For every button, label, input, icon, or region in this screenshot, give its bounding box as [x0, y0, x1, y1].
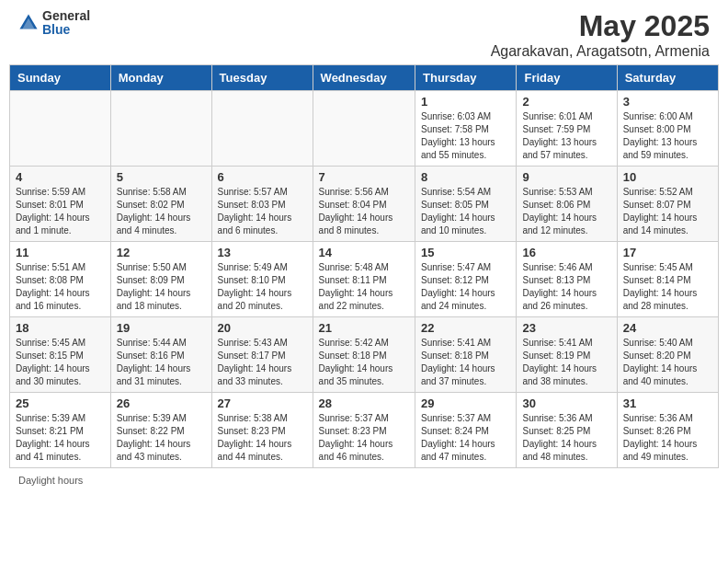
cell-info: Sunrise: 5:37 AM Sunset: 8:24 PM Dayligh…	[421, 412, 510, 464]
day-number: 28	[319, 396, 409, 410]
calendar-cell: 21Sunrise: 5:42 AM Sunset: 8:18 PM Dayli…	[313, 317, 415, 393]
calendar-cell: 20Sunrise: 5:43 AM Sunset: 8:17 PM Dayli…	[211, 317, 313, 393]
logo-general: General	[42, 9, 90, 23]
calendar-cell: 2Sunrise: 6:01 AM Sunset: 7:59 PM Daylig…	[517, 91, 617, 167]
cell-info: Sunrise: 5:58 AM Sunset: 8:02 PM Dayligh…	[117, 186, 206, 237]
title-section: May 2025 Agarakavan, Aragatsotn, Armenia	[491, 9, 710, 60]
day-number: 26	[117, 396, 206, 410]
cell-info: Sunrise: 5:47 AM Sunset: 8:12 PM Dayligh…	[421, 261, 510, 313]
calendar-cell: 22Sunrise: 5:41 AM Sunset: 8:18 PM Dayli…	[415, 317, 517, 393]
day-number: 13	[218, 246, 307, 259]
cell-info: Sunrise: 5:36 AM Sunset: 8:25 PM Dayligh…	[522, 412, 610, 464]
cell-info: Sunrise: 5:40 AM Sunset: 8:20 PM Dayligh…	[623, 337, 712, 388]
calendar-cell	[10, 91, 111, 167]
calendar-week-2: 4Sunrise: 5:59 AM Sunset: 8:01 PM Daylig…	[10, 167, 719, 242]
day-header-wednesday: Wednesday	[313, 65, 415, 91]
calendar-cell: 11Sunrise: 5:51 AM Sunset: 8:08 PM Dayli…	[10, 242, 111, 317]
day-number: 2	[522, 95, 610, 109]
cell-info: Sunrise: 5:39 AM Sunset: 8:22 PM Dayligh…	[117, 412, 206, 464]
calendar-cell: 29Sunrise: 5:37 AM Sunset: 8:24 PM Dayli…	[415, 393, 517, 468]
cell-info: Sunrise: 5:41 AM Sunset: 8:18 PM Dayligh…	[421, 337, 510, 388]
day-number: 23	[522, 321, 610, 335]
calendar-cell	[211, 91, 313, 167]
calendar-cell: 25Sunrise: 5:39 AM Sunset: 8:21 PM Dayli…	[10, 393, 111, 468]
calendar-cell: 19Sunrise: 5:44 AM Sunset: 8:16 PM Dayli…	[110, 317, 211, 393]
logo-icon	[18, 13, 39, 33]
calendar-cell: 6Sunrise: 5:57 AM Sunset: 8:03 PM Daylig…	[211, 167, 313, 242]
day-number: 18	[16, 321, 105, 335]
cell-info: Sunrise: 6:03 AM Sunset: 7:58 PM Dayligh…	[421, 110, 510, 162]
calendar-cell: 10Sunrise: 5:52 AM Sunset: 8:07 PM Dayli…	[617, 167, 718, 242]
day-number: 8	[421, 170, 510, 184]
calendar-cell: 23Sunrise: 5:41 AM Sunset: 8:19 PM Dayli…	[517, 317, 617, 393]
calendar-cell: 7Sunrise: 5:56 AM Sunset: 8:04 PM Daylig…	[313, 167, 415, 242]
calendar-week-4: 18Sunrise: 5:45 AM Sunset: 8:15 PM Dayli…	[10, 317, 719, 393]
main-title: May 2025	[491, 9, 710, 43]
calendar-cell: 3Sunrise: 6:00 AM Sunset: 8:00 PM Daylig…	[617, 91, 718, 167]
header: General Blue May 2025 Agarakavan, Aragat…	[0, 0, 728, 64]
cell-info: Sunrise: 5:45 AM Sunset: 8:14 PM Dayligh…	[623, 261, 712, 313]
calendar-table: SundayMondayTuesdayWednesdayThursdayFrid…	[9, 64, 719, 468]
day-number: 24	[623, 321, 712, 335]
day-number: 7	[319, 170, 409, 184]
day-number: 14	[319, 246, 409, 259]
calendar-cell	[110, 91, 211, 167]
day-number: 1	[421, 95, 510, 109]
day-header-sunday: Sunday	[10, 65, 111, 91]
day-number: 16	[522, 246, 610, 259]
calendar-cell: 14Sunrise: 5:48 AM Sunset: 8:11 PM Dayli…	[313, 242, 415, 317]
day-number: 20	[218, 321, 307, 335]
cell-info: Sunrise: 5:48 AM Sunset: 8:11 PM Dayligh…	[319, 261, 409, 313]
subtitle: Agarakavan, Aragatsotn, Armenia	[491, 43, 710, 60]
cell-info: Sunrise: 5:49 AM Sunset: 8:10 PM Dayligh…	[218, 261, 307, 313]
cell-info: Sunrise: 5:51 AM Sunset: 8:08 PM Dayligh…	[16, 261, 105, 313]
cell-info: Sunrise: 5:39 AM Sunset: 8:21 PM Dayligh…	[16, 412, 105, 464]
cell-info: Sunrise: 6:01 AM Sunset: 7:59 PM Dayligh…	[522, 110, 610, 162]
calendar-cell: 16Sunrise: 5:46 AM Sunset: 8:13 PM Dayli…	[517, 242, 617, 317]
day-number: 3	[623, 95, 712, 109]
day-number: 22	[421, 321, 510, 335]
calendar-cell: 27Sunrise: 5:38 AM Sunset: 8:23 PM Dayli…	[211, 393, 313, 468]
cell-info: Sunrise: 5:57 AM Sunset: 8:03 PM Dayligh…	[218, 186, 307, 237]
day-number: 29	[421, 396, 510, 410]
cell-info: Sunrise: 5:52 AM Sunset: 8:07 PM Dayligh…	[623, 186, 712, 237]
day-number: 6	[218, 170, 307, 184]
cell-info: Sunrise: 5:41 AM Sunset: 8:19 PM Dayligh…	[522, 337, 610, 388]
logo: General Blue	[18, 9, 90, 38]
calendar-cell: 31Sunrise: 5:36 AM Sunset: 8:26 PM Dayli…	[617, 393, 718, 468]
day-number: 5	[117, 170, 206, 184]
cell-info: Sunrise: 5:45 AM Sunset: 8:15 PM Dayligh…	[16, 337, 105, 388]
cell-info: Sunrise: 5:56 AM Sunset: 8:04 PM Dayligh…	[319, 186, 409, 237]
calendar-week-3: 11Sunrise: 5:51 AM Sunset: 8:08 PM Dayli…	[10, 242, 719, 317]
calendar-cell: 1Sunrise: 6:03 AM Sunset: 7:58 PM Daylig…	[415, 91, 517, 167]
day-number: 10	[623, 170, 712, 184]
cell-info: Sunrise: 6:00 AM Sunset: 8:00 PM Dayligh…	[623, 110, 712, 162]
day-header-saturday: Saturday	[617, 65, 718, 91]
cell-info: Sunrise: 5:53 AM Sunset: 8:06 PM Dayligh…	[522, 186, 610, 237]
logo-blue: Blue	[42, 23, 90, 37]
day-number: 9	[522, 170, 610, 184]
daylight-note: Daylight hours	[0, 470, 728, 490]
calendar-cell: 30Sunrise: 5:36 AM Sunset: 8:25 PM Dayli…	[517, 393, 617, 468]
cell-info: Sunrise: 5:38 AM Sunset: 8:23 PM Dayligh…	[218, 412, 307, 464]
calendar-cell: 26Sunrise: 5:39 AM Sunset: 8:22 PM Dayli…	[110, 393, 211, 468]
day-number: 25	[16, 396, 105, 410]
day-number: 30	[522, 396, 610, 410]
cell-info: Sunrise: 5:44 AM Sunset: 8:16 PM Dayligh…	[117, 337, 206, 388]
calendar-cell: 8Sunrise: 5:54 AM Sunset: 8:05 PM Daylig…	[415, 167, 517, 242]
calendar-cell: 17Sunrise: 5:45 AM Sunset: 8:14 PM Dayli…	[617, 242, 718, 317]
cell-info: Sunrise: 5:43 AM Sunset: 8:17 PM Dayligh…	[218, 337, 307, 388]
logo-text: General Blue	[42, 9, 90, 38]
calendar-cell: 5Sunrise: 5:58 AM Sunset: 8:02 PM Daylig…	[110, 167, 211, 242]
calendar-cell: 4Sunrise: 5:59 AM Sunset: 8:01 PM Daylig…	[10, 167, 111, 242]
day-number: 15	[421, 246, 510, 259]
day-number: 11	[16, 246, 105, 259]
day-header-monday: Monday	[110, 65, 211, 91]
calendar-cell	[313, 91, 415, 167]
calendar-cell: 24Sunrise: 5:40 AM Sunset: 8:20 PM Dayli…	[617, 317, 718, 393]
cell-info: Sunrise: 5:42 AM Sunset: 8:18 PM Dayligh…	[319, 337, 409, 388]
day-number: 21	[319, 321, 409, 335]
day-number: 19	[117, 321, 206, 335]
day-header-thursday: Thursday	[415, 65, 517, 91]
calendar-cell: 18Sunrise: 5:45 AM Sunset: 8:15 PM Dayli…	[10, 317, 111, 393]
